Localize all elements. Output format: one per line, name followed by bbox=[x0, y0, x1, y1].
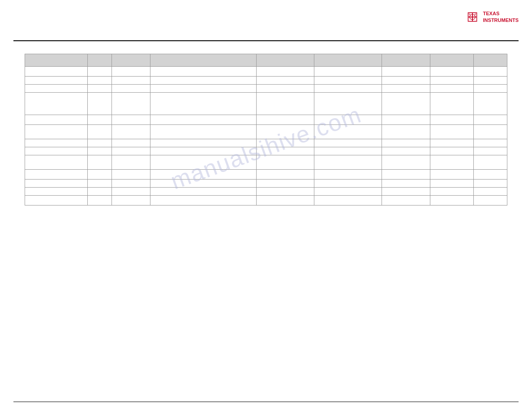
cell-2-0 bbox=[25, 85, 88, 93]
cell-7-4 bbox=[256, 147, 314, 155]
cell-11-6 bbox=[382, 188, 430, 196]
cell-8-7 bbox=[430, 155, 473, 170]
bottom-divider bbox=[13, 402, 519, 402]
col-header-5 bbox=[256, 54, 314, 67]
cell-0-6 bbox=[382, 67, 430, 77]
cell-10-5 bbox=[314, 180, 382, 188]
cell-3-7 bbox=[430, 93, 473, 115]
table-row bbox=[25, 77, 507, 85]
cell-7-0 bbox=[25, 147, 88, 155]
cell-5-8 bbox=[473, 125, 507, 139]
cell-5-2 bbox=[112, 125, 150, 139]
cell-9-4 bbox=[256, 170, 314, 180]
cell-8-5 bbox=[314, 155, 382, 170]
cell-4-4 bbox=[256, 115, 314, 125]
cell-6-8 bbox=[473, 139, 507, 147]
col-header-2 bbox=[88, 54, 112, 67]
cell-2-3 bbox=[150, 85, 257, 93]
cell-7-1 bbox=[88, 147, 112, 155]
cell-8-1 bbox=[88, 155, 112, 170]
cell-8-4 bbox=[256, 155, 314, 170]
cell-5-5 bbox=[314, 125, 382, 139]
cell-10-8 bbox=[473, 180, 507, 188]
cell-1-3 bbox=[150, 77, 257, 85]
cell-10-3 bbox=[150, 180, 257, 188]
cell-11-4 bbox=[256, 188, 314, 196]
table-row bbox=[25, 170, 507, 180]
table-row bbox=[25, 180, 507, 188]
cell-1-2 bbox=[112, 77, 150, 85]
cell-10-6 bbox=[382, 180, 430, 188]
cell-5-4 bbox=[256, 125, 314, 139]
cell-6-6 bbox=[382, 139, 430, 147]
cell-1-0 bbox=[25, 77, 88, 85]
cell-5-7 bbox=[430, 125, 473, 139]
cell-8-2 bbox=[112, 155, 150, 170]
cell-3-1 bbox=[88, 93, 112, 115]
cell-6-1 bbox=[88, 139, 112, 147]
ti-logo-icon bbox=[465, 10, 480, 24]
cell-5-6 bbox=[382, 125, 430, 139]
cell-12-7 bbox=[430, 196, 473, 206]
cell-6-7 bbox=[430, 139, 473, 147]
cell-12-0 bbox=[25, 196, 88, 206]
cell-3-4 bbox=[256, 93, 314, 115]
cell-10-4 bbox=[256, 180, 314, 188]
cell-8-0 bbox=[25, 155, 88, 170]
cell-6-3 bbox=[150, 139, 257, 147]
cell-4-1 bbox=[88, 115, 112, 125]
cell-12-4 bbox=[256, 196, 314, 206]
cell-4-2 bbox=[112, 115, 150, 125]
cell-3-5 bbox=[314, 93, 382, 115]
cell-4-3 bbox=[150, 115, 257, 125]
company-name: TEXAS INSTRUMENTS bbox=[483, 10, 519, 23]
cell-3-0 bbox=[25, 93, 88, 115]
cell-12-2 bbox=[112, 196, 150, 206]
cell-5-1 bbox=[88, 125, 112, 139]
cell-12-1 bbox=[88, 196, 112, 206]
cell-4-6 bbox=[382, 115, 430, 125]
table-row bbox=[25, 125, 507, 139]
cell-2-5 bbox=[314, 85, 382, 93]
cell-11-7 bbox=[430, 188, 473, 196]
cell-12-6 bbox=[382, 196, 430, 206]
cell-3-2 bbox=[112, 93, 150, 115]
cell-12-8 bbox=[473, 196, 507, 206]
cell-2-1 bbox=[88, 85, 112, 93]
table-header-row bbox=[25, 54, 507, 67]
table-row bbox=[25, 67, 507, 77]
table-row bbox=[25, 139, 507, 147]
cell-9-5 bbox=[314, 170, 382, 180]
cell-10-1 bbox=[88, 180, 112, 188]
cell-0-2 bbox=[112, 67, 150, 77]
table-row bbox=[25, 155, 507, 170]
table-row bbox=[25, 196, 507, 206]
cell-7-6 bbox=[382, 147, 430, 155]
cell-0-4 bbox=[256, 67, 314, 77]
cell-0-0 bbox=[25, 67, 88, 77]
cell-9-1 bbox=[88, 170, 112, 180]
cell-7-3 bbox=[150, 147, 257, 155]
cell-9-0 bbox=[25, 170, 88, 180]
cell-0-3 bbox=[150, 67, 257, 77]
cell-1-7 bbox=[430, 77, 473, 85]
cell-1-8 bbox=[473, 77, 507, 85]
cell-8-6 bbox=[382, 155, 430, 170]
cell-0-5 bbox=[314, 67, 382, 77]
cell-1-1 bbox=[88, 77, 112, 85]
cell-4-5 bbox=[314, 115, 382, 125]
cell-11-3 bbox=[150, 188, 257, 196]
page-header: TEXAS INSTRUMENTS bbox=[442, 0, 532, 34]
col-header-6 bbox=[314, 54, 382, 67]
col-header-4 bbox=[150, 54, 257, 67]
cell-2-8 bbox=[473, 85, 507, 93]
cell-5-3 bbox=[150, 125, 257, 139]
cell-10-7 bbox=[430, 180, 473, 188]
cell-9-2 bbox=[112, 170, 150, 180]
cell-9-7 bbox=[430, 170, 473, 180]
col-header-9 bbox=[473, 54, 507, 67]
col-header-3 bbox=[112, 54, 150, 67]
cell-11-2 bbox=[112, 188, 150, 196]
col-header-8 bbox=[430, 54, 473, 67]
cell-2-7 bbox=[430, 85, 473, 93]
